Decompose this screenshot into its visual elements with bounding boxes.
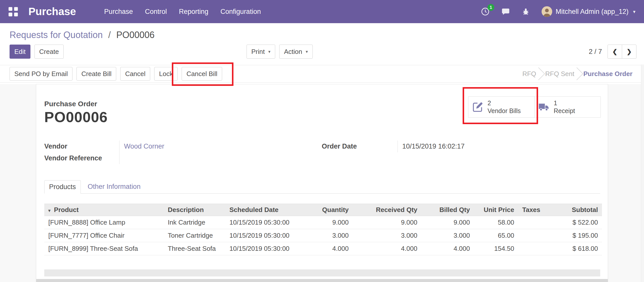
cell-subtotal: $ 618.00 (556, 242, 602, 255)
cell-description: Ink Cartridge (164, 216, 225, 229)
cell-quantity: 3.000 (314, 229, 353, 242)
chevron-left-icon: ❮ (612, 48, 617, 55)
activities-clock-icon[interactable]: 1 (481, 7, 490, 16)
notebook-tabs: Products Other Information (44, 180, 600, 194)
tab-other-information[interactable]: Other Information (81, 180, 148, 193)
cell-scheduled-date: 10/15/2019 05:30:00 (225, 229, 314, 242)
vendor-reference-value[interactable] (119, 152, 322, 164)
pipeline-arrow-icon (532, 67, 545, 80)
cell-scheduled-date: 10/15/2019 05:30:00 (225, 242, 314, 255)
cell-received-qty: 3.000 (353, 229, 421, 242)
breadcrumb-separator: / (108, 30, 111, 40)
cell-taxes (518, 242, 556, 255)
cell-taxes (518, 216, 556, 229)
action-label: Action (284, 48, 302, 56)
print-menu-button[interactable]: Print ▾ (247, 45, 275, 59)
cell-unit-price: 154.50 (474, 242, 518, 255)
cancel-bill-button[interactable]: Cancel Bill (182, 67, 222, 81)
receipt-stat-button[interactable]: 1 Receipt (534, 96, 601, 118)
breadcrumb-parent-link[interactable]: Requests for Quotation (10, 30, 103, 40)
debug-bug-icon[interactable] (521, 7, 530, 16)
cell-subtotal: $ 522.00 (556, 216, 602, 229)
column-header-billed-qty[interactable]: Billed Qty (421, 204, 474, 216)
cell-billed-qty: 3.000 (421, 229, 474, 242)
cell-received-qty: 4.000 (353, 242, 421, 255)
table-row[interactable]: [FURN_7777] Office Chair Toner Cartridge… (44, 229, 602, 242)
cell-description: Three-Seat Sofa (164, 242, 225, 255)
cell-description: Toner Cartridge (164, 229, 225, 242)
apps-menu-icon[interactable] (9, 7, 18, 16)
print-label: Print (251, 48, 265, 56)
statusbar-buttons: Send PO by Email Create Bill Cancel Lock… (10, 67, 222, 81)
column-header-scheduled-date[interactable]: Scheduled Date (225, 204, 314, 216)
pager-previous-button[interactable]: ❮ (608, 45, 622, 59)
user-name: Mitchell Admin (app_12) (556, 8, 629, 16)
cell-taxes (518, 229, 556, 242)
tab-products[interactable]: Products (44, 180, 81, 194)
cell-quantity: 9.000 (314, 216, 353, 229)
messages-icon[interactable] (501, 7, 510, 16)
pager: 2 / 7 ❮ ❯ (589, 45, 636, 59)
vendor-reference-label: Vendor Reference (44, 152, 119, 164)
activity-count-badge: 1 (488, 4, 494, 11)
cell-product: [FURN_8888] Office Lamp (44, 216, 164, 229)
app-name[interactable]: Purchase (28, 6, 76, 18)
systray: 1 Mitchell Admin (app_12) ▾ (481, 6, 635, 17)
vendor-value-link[interactable]: Wood Corner (119, 140, 322, 152)
content-area: 2 Vendor Bills 1 Receipt Purchase Order … (0, 84, 644, 282)
caret-down-icon: ▾ (268, 49, 270, 54)
send-po-by-email-button[interactable]: Send PO by Email (10, 67, 72, 81)
caret-down-icon: ▾ (633, 9, 635, 15)
vendor-bills-count: 2 (488, 99, 521, 107)
create-bill-button[interactable]: Create Bill (76, 67, 116, 81)
user-menu[interactable]: Mitchell Admin (app_12) ▾ (542, 6, 635, 17)
cancel-button[interactable]: Cancel (120, 67, 150, 81)
cell-unit-price: 65.00 (474, 229, 518, 242)
nav-menu-configuration[interactable]: Configuration (219, 6, 262, 17)
vendor-bills-stat-button[interactable]: 2 Vendor Bills (468, 96, 535, 118)
column-header-unit-price[interactable]: Unit Price (474, 204, 518, 216)
nav-menus: Purchase Control Reporting Configuration (103, 6, 262, 17)
column-header-received-qty[interactable]: Received Qty (353, 204, 421, 216)
field-groups: Vendor Wood Corner Vendor Reference Orde… (44, 140, 600, 164)
pipeline-arrow-icon (570, 67, 583, 80)
receipt-label: Receipt (554, 107, 575, 115)
form-sheet: 2 Vendor Bills 1 Receipt Purchase Order … (36, 84, 608, 282)
breadcrumb-current: PO00006 (116, 30, 154, 40)
column-caret-icon: ▾ (48, 208, 51, 213)
create-button[interactable]: Create (34, 45, 64, 59)
nav-menu-purchase[interactable]: Purchase (103, 6, 134, 17)
column-header-subtotal[interactable]: Subtotal (556, 204, 602, 216)
nav-menu-reporting[interactable]: Reporting (178, 6, 209, 17)
avatar (542, 6, 552, 17)
pager-count: 2 / 7 (589, 48, 602, 56)
cell-scheduled-date: 10/15/2019 05:30:00 (225, 216, 314, 229)
statusbar-pipeline: RFQ RFQ Sent Purchase Order (521, 69, 634, 78)
action-menu-button[interactable]: Action ▾ (279, 45, 313, 59)
cell-product: [FURN_7777] Office Chair (44, 229, 164, 242)
column-header-quantity[interactable]: Quantity (314, 204, 353, 216)
cell-quantity: 4.000 (314, 242, 353, 255)
state-purchase-order[interactable]: Purchase Order (582, 70, 634, 78)
nav-menu-control[interactable]: Control (144, 6, 168, 17)
receipt-count: 1 (554, 99, 575, 107)
column-header-label: Product (54, 206, 79, 214)
chat-bubble-icon (501, 7, 510, 16)
column-header-taxes[interactable]: Taxes (518, 204, 556, 216)
pager-next-button[interactable]: ❯ (622, 45, 636, 59)
cell-billed-qty: 4.000 (421, 242, 474, 255)
column-header-description[interactable]: Description (164, 204, 225, 216)
cell-subtotal: $ 195.00 (556, 229, 602, 242)
control-panel: Edit Create Print ▾ Action ▾ 2 / 7 ❮ ❯ (0, 44, 644, 59)
lock-button[interactable]: Lock (154, 67, 178, 81)
edit-button[interactable]: Edit (10, 45, 30, 59)
vertical-scrollbar[interactable] (641, 64, 644, 282)
table-row[interactable]: [FURN_8888] Office Lamp Ink Cartridge 10… (44, 216, 602, 229)
column-header-product[interactable]: ▾Product (44, 204, 164, 216)
cell-unit-price: 58.00 (474, 216, 518, 229)
bug-icon (521, 7, 530, 16)
form-statusbar: Send PO by Email Create Bill Cancel Lock… (0, 65, 644, 83)
table-row[interactable]: [FURN_8999] Three-Seat Sofa Three-Seat S… (44, 242, 602, 255)
pencil-square-icon (472, 101, 484, 113)
cell-received-qty: 9.000 (353, 216, 421, 229)
